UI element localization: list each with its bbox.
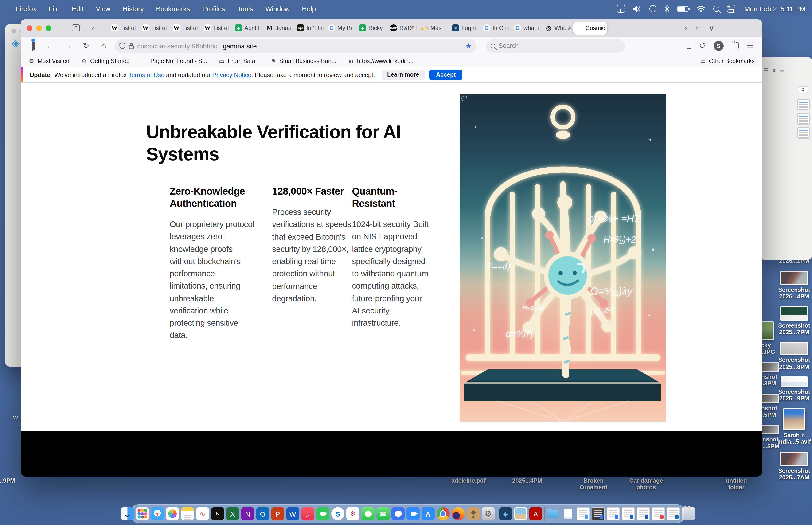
dock-app-icon[interactable] [682,507,695,520]
scroll-tabs-right-button[interactable]: › [682,24,690,32]
dock-app-icon[interactable] [436,507,450,520]
wifi-icon[interactable] [696,5,705,12]
bookmark-star-icon[interactable]: ★ [465,42,472,50]
address-bar[interactable]: cosmic-ai-security-96bbh8q.gamma.site ★ [114,39,476,52]
bookmark-item[interactable]: Page Not Found - S... [141,58,207,64]
stepper-control[interactable]: ▲▼ [798,87,808,93]
browser-tab[interactable]: ◈ Login [449,21,480,34]
forward-button[interactable]: → [61,41,75,50]
app-menu-button[interactable]: ☰ [747,41,754,51]
dock-app-icon[interactable] [652,507,665,520]
dock-app-icon[interactable] [637,507,650,520]
dock-app-icon[interactable]: ✻ [346,507,359,520]
browser-tab[interactable]: W List of [108,21,139,34]
dock-app-icon[interactable]: W [286,507,299,520]
menu-item[interactable]: Window [259,5,296,13]
account-avatar[interactable]: S [714,41,724,51]
browser-tab[interactable]: R&D² R&D² | [387,21,418,34]
dock-app-icon[interactable] [451,507,465,520]
menu-item[interactable]: Help [296,5,322,13]
dock-app-icon[interactable] [181,507,194,520]
dock-app-icon[interactable] [577,507,590,520]
browser-tab[interactable]: + April F [232,21,263,34]
bookmark-item[interactable]: ⊕ Getting Started [81,58,130,64]
browser-tab[interactable]: M Janua [263,21,294,34]
dock-app-icon[interactable]: ♫ [301,507,315,520]
file-label[interactable]: BrokenOrnament [580,478,607,491]
dock-app-icon[interactable] [592,507,605,520]
menu-item[interactable]: Firefox [10,5,43,13]
bookmark-item[interactable]: ▭ From Safari [218,58,259,64]
minimize-window-button[interactable] [36,25,42,31]
dock-app-icon[interactable] [562,507,575,520]
share-icon[interactable] [732,42,739,49]
file-label[interactable]: untitledfolder [726,478,747,491]
browser-tab[interactable]: + Ricky [356,21,387,34]
browser-tab[interactable]: W List of [139,21,170,34]
dock-app-icon[interactable]: P [271,507,284,520]
dock-app-icon[interactable] [622,507,635,520]
menu-item[interactable]: Profiles [196,5,231,13]
menu-bar-clock[interactable]: Mon Feb 2 5:11 PM [744,5,806,13]
bluetooth-icon[interactable] [664,5,669,13]
time-machine-icon[interactable] [649,5,656,12]
close-window-button[interactable] [27,25,32,31]
dock-app-icon[interactable]: A [529,507,542,520]
menu-item[interactable]: History [117,5,150,13]
dock-app-icon[interactable] [547,507,560,520]
history-button[interactable]: ↺ [699,41,706,51]
menu-item[interactable]: Tools [231,5,259,13]
browser-tab[interactable]: ◎ Who A [542,21,573,34]
browser-tab[interactable]: ▲✎ Mas [418,21,449,34]
privacy-notice-link[interactable]: Privacy Notice [212,71,251,78]
search-input[interactable] [499,42,602,49]
new-tab-button[interactable]: + [690,23,704,33]
browser-tab[interactable]: W List of [201,21,232,34]
menu-item[interactable]: View [90,5,116,13]
screen-mirroring-icon[interactable] [617,5,625,13]
browser-tab[interactable]: W List of [170,21,201,34]
browser-tab[interactable]: G In Cha [480,21,511,34]
page-thumbnail[interactable] [797,113,810,124]
dock-app-icon[interactable]: N [241,507,254,520]
control-center-icon[interactable] [727,5,735,13]
home-button[interactable]: ⌂ [97,41,111,50]
dock-app-icon[interactable]: ∿ [196,507,209,520]
dock-app-icon[interactable]: S [331,507,344,520]
browser-tab[interactable]: Cosmic × [573,21,607,34]
bookmark-item[interactable]: ⚙ Most Visited [28,58,70,64]
dock-app-icon[interactable] [361,507,374,520]
file-label[interactable]: Car damagephotos [629,478,663,491]
browser-tab[interactable]: G My Br [325,21,356,34]
dock-app-icon[interactable] [316,507,330,520]
back-button[interactable]: ← [43,41,57,50]
menu-item[interactable]: Bookmarks [150,5,196,13]
bookmark-item[interactable]: ⚑ Small Business Ban... [270,58,336,64]
battery-icon[interactable] [677,6,688,12]
dock-app-icon[interactable]: ⚙ [482,507,495,520]
menu-item[interactable]: File [43,5,66,13]
zoom-window-button[interactable] [46,25,51,31]
desktop-icon[interactable]: Screenshot2026...4PM [778,271,810,300]
dock-app-icon[interactable] [166,507,179,520]
dock-app-icon[interactable] [392,507,404,520]
firefox-view-icon[interactable] [72,25,80,31]
dock-app-icon[interactable]: A [422,507,435,520]
terms-of-use-link[interactable]: Terms of Use [128,71,165,78]
dock-app-icon[interactable] [514,507,527,520]
file-label[interactable]: adeleine.pdf [451,478,486,484]
search-bar[interactable] [486,39,625,52]
browser-tab[interactable]: npr In 'The [294,21,325,34]
file-label[interactable]: 2025...9PM [0,478,15,484]
dock-app-icon[interactable] [544,507,545,521]
dock-app-icon[interactable] [151,507,164,520]
other-bookmarks[interactable]: ▭ Other Bookmarks [700,58,755,64]
dock-app-icon[interactable] [607,507,620,520]
background-window-right[interactable]: ☰≡▤ ▲▼ [760,57,812,260]
dock-app-icon[interactable] [136,507,149,520]
page-thumbnail[interactable] [797,127,810,139]
learn-more-button[interactable]: Learn more [382,70,425,80]
menu-item[interactable]: Edit [65,5,90,13]
file-label[interactable]: 2025...4PM [512,478,542,484]
lock-icon[interactable] [129,43,134,49]
